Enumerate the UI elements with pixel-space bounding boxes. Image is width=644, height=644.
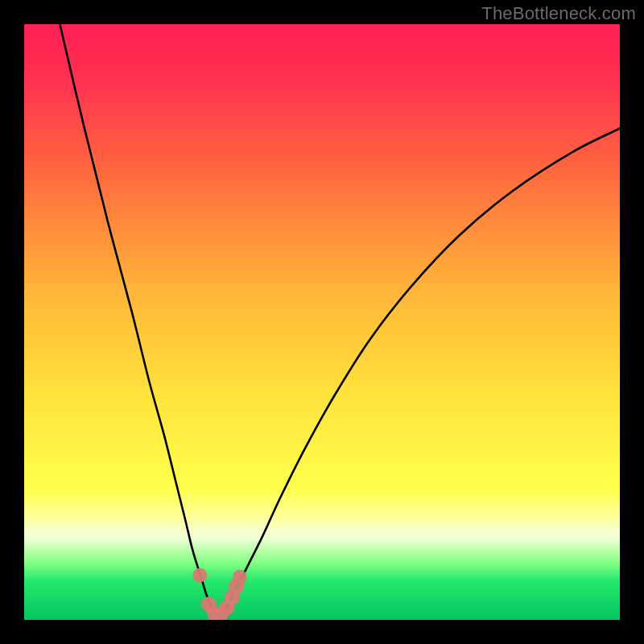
data-marker bbox=[233, 570, 247, 584]
watermark-text: TheBottleneck.com bbox=[481, 3, 636, 24]
curve-layer bbox=[24, 24, 620, 620]
frame: TheBottleneck.com bbox=[0, 0, 644, 644]
plot-area bbox=[24, 24, 620, 620]
data-marker bbox=[192, 568, 207, 583]
curve-right-branch bbox=[218, 129, 620, 621]
markers-group bbox=[192, 568, 246, 620]
curve-left-branch bbox=[60, 24, 218, 620]
